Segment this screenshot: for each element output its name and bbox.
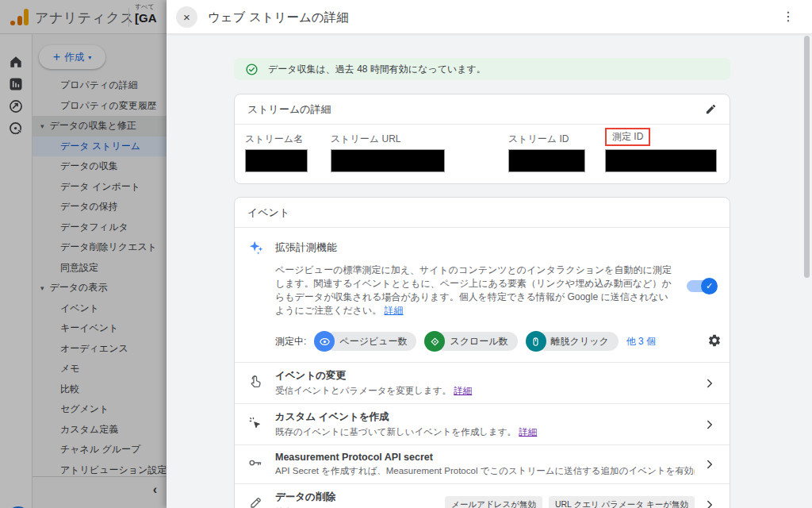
status-chips: メールアドレスが無効 URL クエリ パラメータ キーが無効 <box>445 496 695 508</box>
badge-scrolls: スクロール数 <box>424 331 517 352</box>
redacted-value <box>508 149 585 172</box>
sparkle-icon <box>247 239 265 256</box>
row-measurement-protocol[interactable]: Measurement Protocol API secret API Secr… <box>235 444 730 483</box>
redacted-value <box>331 149 445 172</box>
events-card: イベント 拡張計測機能 ページビュ <box>234 197 730 508</box>
row-data-redaction[interactable]: データの削除 特定のデータが Google アナリティクスに送信されないようにし… <box>235 483 730 508</box>
panel-scrollbar[interactable] <box>804 36 810 278</box>
stream-details-card: ストリームの詳細 ストリーム名 ストリーム URL ストリー <box>234 94 730 184</box>
chevron-right-icon[interactable] <box>703 457 717 471</box>
chevron-right-icon[interactable] <box>703 376 717 391</box>
more-options-icon[interactable]: ⋮ <box>782 9 795 24</box>
gear-icon[interactable] <box>707 333 722 351</box>
stream-details-title: ストリームの詳細 <box>247 102 331 117</box>
badge-outbound-clicks: 離脱クリック <box>526 331 619 352</box>
close-button[interactable]: × <box>176 6 197 28</box>
learn-more-link[interactable]: 詳細 <box>454 386 472 395</box>
field-stream-name: ストリーム名 <box>245 133 303 146</box>
close-icon: × <box>183 10 190 24</box>
web-stream-details-panel: × ウェブ ストリームの詳細 ⋮ データ収集は、過去 48 時間有効になっていま… <box>167 0 812 508</box>
events-card-title: イベント <box>247 206 289 220</box>
banner-text: データ収集は、過去 48 時間有効になっています。 <box>268 63 486 76</box>
data-collection-banner: データ収集は、過去 48 時間有効になっています。 <box>234 58 730 80</box>
measuring-label: 測定中: <box>275 335 306 348</box>
badge-pageviews: ページビュー数 <box>314 331 416 352</box>
field-stream-id: ストリーム ID <box>508 133 569 146</box>
more-events-link[interactable]: 他 3 個 <box>626 335 656 348</box>
stream-fields: ストリーム名 ストリーム URL ストリーム ID 測定 ID <box>235 125 730 183</box>
panel-body: データ収集は、過去 48 時間有効になっています。 ストリームの詳細 ストリーム… <box>167 34 812 508</box>
measuring-row: 測定中: ページビュー数 スクロール数 <box>275 330 717 352</box>
edit-off-icon <box>247 495 265 508</box>
row-modify-events[interactable]: イベントの変更 受信イベントとパラメータを変更します。 詳細 <box>235 362 730 403</box>
check-icon: ✓ <box>706 281 713 291</box>
enhanced-measurement-toggle[interactable]: ✓ <box>687 280 715 292</box>
check-circle-icon <box>245 63 259 76</box>
field-measurement-id: 測定 ID <box>605 128 650 146</box>
touch-icon <box>247 374 265 393</box>
key-icon <box>247 455 265 474</box>
status-chip-url-query: URL クエリ パラメータ キーが無効 <box>549 496 695 508</box>
modal-scrim[interactable] <box>0 0 167 508</box>
app-window: アナリティクス すべて [GA + 作成 ▾ プロパティの詳細 <box>0 0 812 508</box>
enhanced-measurement-section: 拡張計測機能 ページビューの標準測定に加え、サイトのコンテンツとのインタラクショ… <box>235 228 730 362</box>
pencil-icon[interactable] <box>705 103 717 115</box>
chevron-right-icon[interactable] <box>703 418 717 432</box>
row-create-custom-events[interactable]: カスタム イベントを作成 既存のイベントに基づいて新しいイベントを作成します。 … <box>235 403 730 444</box>
cursor-click-icon <box>247 415 265 434</box>
field-stream-url: ストリーム URL <box>331 133 400 146</box>
learn-more-link[interactable]: 詳細 <box>519 427 537 437</box>
mouse-icon <box>526 331 546 352</box>
redacted-value <box>245 149 308 172</box>
panel-title: ウェブ ストリームの詳細 <box>208 10 349 26</box>
redacted-value <box>605 149 717 172</box>
enhanced-measurement-description: ページビューの標準測定に加え、サイトのコンテンツとのインタラクションを自動的に測… <box>275 264 676 318</box>
enhanced-measurement-title: 拡張計測機能 <box>275 239 337 256</box>
status-chip-email: メールアドレスが無効 <box>445 496 542 508</box>
measurement-id-highlight: 測定 ID <box>605 128 650 146</box>
chevron-right-icon[interactable] <box>703 498 717 508</box>
panel-header: × ウェブ ストリームの詳細 ⋮ <box>167 0 812 34</box>
enhanced-learn-more-link[interactable]: 詳細 <box>385 305 404 316</box>
